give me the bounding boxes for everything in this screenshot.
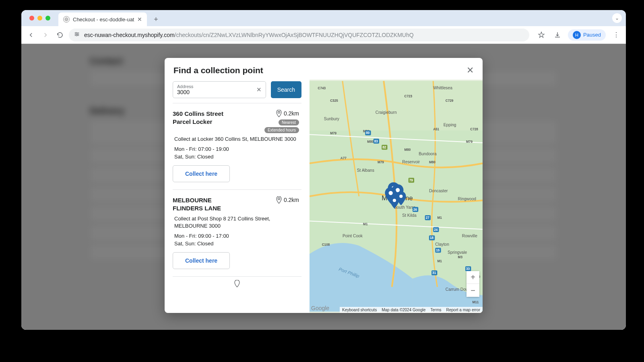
tab-favicon-icon	[63, 16, 70, 23]
collect-here-button[interactable]: Collect here	[173, 252, 230, 269]
svg-text:Doncaster: Doncaster	[429, 189, 448, 193]
tab-close-icon[interactable]: ✕	[137, 16, 142, 23]
badge-nearest: Nearest	[279, 119, 299, 125]
result-hours-weekday: Mon - Fri: 07:00 - 19:00	[174, 146, 297, 152]
window-controls	[25, 10, 55, 26]
svg-text:M79: M79	[330, 132, 336, 135]
svg-point-1	[76, 32, 77, 33]
profile-chip[interactable]: H Paused	[568, 29, 606, 41]
map-data-copyright: Map data ©2024 Google	[382, 308, 425, 312]
svg-text:Craigieburn: Craigieburn	[376, 110, 397, 115]
window-maximize-button[interactable]	[45, 16, 50, 21]
address-bar: esc-nuwan-checkout.myshopify.com/checkou…	[21, 26, 626, 44]
svg-text:C723: C723	[404, 95, 412, 98]
close-icon[interactable]: ✕	[466, 65, 474, 76]
results-panel: Address ✕ Search 360 Collins Street Parc…	[173, 80, 301, 313]
tab-bar: Checkout - esc-doddle-uat ✕ + ⌄	[21, 10, 626, 26]
nav-reload-button[interactable]	[54, 29, 66, 41]
badge-extended-hours: Extended hours	[264, 127, 299, 133]
svg-text:A51: A51	[433, 128, 439, 131]
svg-text:C729: C729	[446, 99, 454, 103]
nav-forward-button[interactable]	[40, 29, 51, 41]
tab-dropdown-icon[interactable]: ⌄	[612, 13, 622, 23]
svg-point-69	[399, 195, 402, 198]
svg-text:M11: M11	[472, 300, 479, 304]
new-tab-button[interactable]: +	[150, 14, 161, 25]
svg-text:Ringwood: Ringwood	[458, 197, 477, 201]
google-logo: Google	[311, 305, 329, 311]
svg-text:Point Cook: Point Cook	[343, 234, 363, 238]
results-list[interactable]: 360 Collins Street Parcel Locker 0.2km N…	[173, 103, 301, 313]
search-button[interactable]: Search	[271, 81, 301, 98]
zoom-out-button[interactable]: −	[466, 284, 479, 297]
map-canvas: C743 C325 C723 C729 C728 M79 M31 A51 M80…	[310, 80, 483, 313]
svg-text:St Kilda: St Kilda	[402, 213, 417, 218]
collect-here-button[interactable]: Collect here	[173, 165, 230, 182]
window-minimize-button[interactable]	[37, 16, 42, 21]
browser-window: Checkout - esc-doddle-uat ✕ + ⌄ esc-nuwa…	[21, 10, 626, 330]
result-address: Collect at Post Shop 8 271 Collins Stree…	[174, 215, 297, 230]
map[interactable]: C743 C325 C723 C729 C728 M79 M31 A51 M80…	[310, 80, 483, 313]
url-text: esc-nuwan-checkout.myshopify.com/checkou…	[84, 32, 414, 38]
svg-rect-5	[310, 81, 483, 130]
svg-text:80: 80	[366, 131, 370, 135]
site-settings-icon[interactable]	[74, 31, 80, 39]
result-address: Collect at Locker 360 Collins St, MELBOU…	[174, 136, 297, 143]
svg-text:M1: M1	[363, 222, 368, 226]
svg-text:M79: M79	[466, 140, 473, 144]
map-report-error[interactable]: Report a map error	[446, 308, 480, 312]
window-close-button[interactable]	[29, 16, 34, 21]
profile-avatar: H	[573, 31, 581, 39]
svg-text:M80: M80	[429, 160, 436, 164]
svg-text:C728: C728	[470, 128, 478, 131]
pin-icon	[276, 196, 282, 204]
modal-title: Find a collection point	[173, 66, 263, 75]
result-hours-weekend: Sat, Sun: Closed	[174, 154, 297, 160]
svg-text:Reservoir: Reservoir	[402, 160, 420, 164]
svg-text:St Albans: St Albans	[357, 168, 374, 173]
map-kbd-shortcuts[interactable]: Keyboard shortcuts	[342, 308, 377, 312]
page-content: Contact Delivery Find a collection point…	[21, 44, 626, 330]
browser-tab[interactable]: Checkout - esc-doddle-uat ✕	[58, 12, 147, 26]
map-zoom-controls: + −	[466, 271, 479, 297]
svg-text:Rowville: Rowville	[462, 234, 477, 238]
pin-icon	[276, 110, 282, 117]
result-item: 360 Collins Street Parcel Locker 0.2km N…	[173, 103, 301, 189]
svg-text:C743: C743	[318, 86, 326, 90]
download-icon[interactable]	[552, 29, 563, 41]
svg-point-3	[76, 35, 77, 36]
svg-text:Bundoora: Bundoora	[419, 152, 437, 156]
bookmark-icon[interactable]	[536, 29, 547, 41]
map-attribution: Keyboard shortcuts Map data ©2024 Google…	[340, 307, 483, 313]
svg-text:Springvale: Springvale	[448, 250, 467, 255]
svg-text:C108: C108	[322, 243, 330, 247]
nav-back-button[interactable]	[25, 29, 37, 41]
result-distance: 0.2km	[284, 197, 299, 203]
svg-text:27: 27	[426, 216, 430, 220]
svg-text:26: 26	[413, 208, 417, 212]
svg-text:82: 82	[382, 146, 386, 149]
modal-overlay[interactable]: Find a collection point ✕ Address ✕ Sear…	[21, 44, 626, 330]
result-hours-weekday: Mon - Fri: 09:00 - 17:00	[174, 233, 297, 239]
svg-text:33: 33	[466, 267, 470, 271]
result-item-partial	[173, 276, 301, 292]
clear-input-icon[interactable]: ✕	[256, 86, 262, 93]
address-input[interactable]	[177, 89, 262, 95]
menu-icon[interactable]: ⋮	[611, 29, 622, 41]
svg-text:Sunbury: Sunbury	[324, 117, 340, 121]
url-field[interactable]: esc-nuwan-checkout.myshopify.com/checkou…	[69, 29, 529, 41]
tab-title: Checkout - esc-doddle-uat	[73, 16, 134, 23]
map-terms[interactable]: Terms	[430, 308, 441, 312]
svg-text:31: 31	[432, 272, 436, 275]
svg-point-2	[77, 34, 78, 35]
svg-text:A77: A77	[341, 156, 347, 160]
svg-text:M3: M3	[458, 255, 463, 259]
result-distance: 0.2km	[284, 110, 299, 117]
result-item: MELBOURNE FLINDERS LANE 0.2km Collect at…	[173, 189, 301, 276]
pin-icon	[234, 280, 240, 287]
svg-text:South Yarra: South Yarra	[394, 205, 416, 210]
zoom-in-button[interactable]: +	[466, 271, 479, 284]
svg-text:M80: M80	[367, 140, 374, 144]
address-input-wrap[interactable]: Address ✕	[173, 81, 266, 98]
svg-text:Epping: Epping	[444, 123, 456, 127]
